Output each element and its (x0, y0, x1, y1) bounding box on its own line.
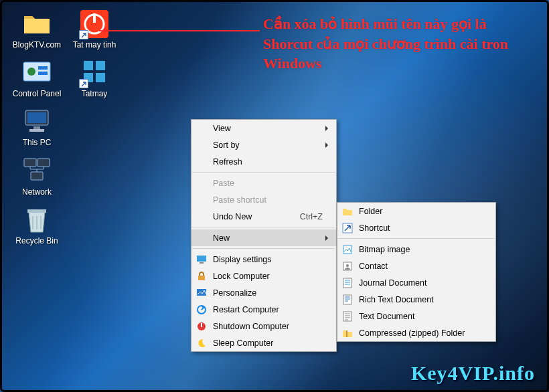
menu-label: Bitmap image (359, 245, 410, 254)
shortcut-arrow-overlay (79, 79, 88, 88)
shutdown-icon (196, 321, 207, 332)
menu-item-new[interactable]: New (191, 229, 336, 246)
menu-item-refresh[interactable]: Refresh (191, 153, 336, 170)
submenu-item-folder[interactable]: Folder (337, 203, 495, 219)
chevron-right-icon (325, 142, 331, 148)
menu-item-restart[interactable]: Restart Computer (191, 301, 336, 318)
submenu-item-journal[interactable]: Journal Document (337, 274, 495, 291)
desktop-icon-recycle-bin[interactable]: Recycle Bin (10, 205, 64, 246)
shortcut-arrow-overlay (79, 30, 88, 39)
svg-rect-13 (33, 126, 40, 129)
text-icon (342, 311, 353, 322)
submenu-item-shortcut[interactable]: Shortcut (337, 219, 495, 236)
svg-rect-12 (27, 112, 46, 123)
menu-separator (192, 172, 335, 173)
menu-item-sleep[interactable]: Sleep Computer (191, 334, 336, 351)
menu-item-paste-shortcut: Paste shortcut (191, 191, 336, 208)
menu-item-view[interactable]: View (191, 120, 336, 136)
icon-label: BlogKTV.com (13, 41, 61, 50)
icon-label: Network (22, 188, 52, 197)
menu-label: View (213, 124, 231, 133)
svg-rect-30 (343, 278, 351, 288)
submenu-item-text[interactable]: Text Document (337, 308, 495, 324)
submenu-item-zip[interactable]: Compressed (zipped) Folder (337, 324, 495, 341)
menu-label: Shutdown Computer (213, 322, 289, 331)
restart-icon (196, 304, 207, 315)
rtf-icon (342, 294, 353, 305)
svg-rect-21 (198, 276, 205, 280)
journal-icon (342, 278, 353, 288)
menu-item-sort-by[interactable]: Sort by (191, 136, 336, 153)
recycle-bin-icon (21, 205, 52, 235)
svg-rect-2 (93, 13, 96, 23)
menu-label: Text Document (359, 312, 414, 321)
icon-label: Tatmay (82, 90, 108, 98)
menu-item-undo-new[interactable]: Undo NewCtrl+Z (191, 208, 336, 225)
menu-shortcut: Ctrl+Z (300, 212, 323, 221)
svg-rect-14 (29, 129, 44, 132)
icon-label: Tat may tinh (73, 41, 116, 50)
desktop-icon-blogktv[interactable]: BlogKTV.com (10, 9, 64, 50)
desktop-context-menu: View Sort by Refresh Paste Paste shortcu… (191, 119, 337, 352)
menu-label: Refresh (213, 157, 242, 167)
menu-label: Paste (213, 179, 234, 188)
folder-icon (342, 206, 353, 217)
desktop-icon-control-panel[interactable]: Control Panel (10, 58, 64, 98)
desktop-icon-tatmay[interactable]: Tatmay (68, 58, 121, 98)
watermark: Key4VIP.info (411, 362, 535, 385)
menu-label: Rich Text Document (359, 295, 434, 304)
menu-label: Lock Computer (213, 272, 270, 281)
menu-item-paste: Paste (191, 175, 336, 191)
icon-label: This PC (23, 138, 52, 147)
chevron-right-icon (325, 235, 331, 241)
menu-label: Folder (359, 207, 382, 216)
menu-label: New (213, 233, 230, 243)
menu-separator (338, 238, 495, 239)
menu-item-personalize[interactable]: Personalize (191, 284, 336, 301)
menu-item-display-settings[interactable]: Display settings (191, 251, 336, 268)
svg-rect-10 (96, 73, 105, 82)
desktop-icons-area: BlogKTV.com Tat may tinh Control Panel T… (10, 7, 144, 252)
control-panel-icon (21, 58, 52, 88)
desktop-icon-network[interactable]: Network (10, 156, 64, 197)
new-submenu: Folder Shortcut Bitmap image Contact Jou… (337, 202, 496, 342)
svg-rect-17 (31, 172, 43, 180)
menu-label: Contact (359, 262, 388, 271)
power-icon (79, 9, 110, 39)
svg-rect-5 (38, 66, 48, 70)
svg-rect-22 (197, 289, 206, 296)
sleep-icon (196, 338, 207, 349)
menu-item-shutdown[interactable]: Shutdown Computer (191, 318, 336, 334)
desktop-icon-this-pc[interactable]: This PC (10, 106, 64, 147)
menu-label: Display settings (213, 255, 272, 264)
svg-rect-20 (200, 262, 204, 264)
menu-label: Personalize (213, 288, 256, 298)
desktop-icon-tatmaytinh[interactable]: Tat may tinh (68, 9, 121, 50)
svg-rect-25 (201, 323, 202, 327)
lock-icon (196, 271, 207, 282)
submenu-item-bitmap[interactable]: Bitmap image (337, 241, 495, 258)
svg-rect-33 (346, 330, 347, 337)
menu-label: Sleep Computer (213, 338, 273, 348)
svg-rect-15 (24, 159, 36, 167)
submenu-item-contact[interactable]: Contact (337, 258, 495, 274)
display-icon (196, 254, 207, 265)
svg-rect-31 (343, 295, 351, 304)
personalize-icon (196, 288, 207, 298)
menu-item-lock-computer[interactable]: Lock Computer (191, 268, 336, 284)
menu-separator (192, 248, 335, 249)
svg-rect-16 (37, 159, 50, 167)
chevron-right-icon (325, 126, 331, 131)
zip-icon (342, 328, 353, 338)
menu-label: Sort by (213, 140, 240, 150)
shortcut-icon (342, 223, 353, 233)
folder-icon (21, 9, 52, 39)
menu-label: Undo New (213, 212, 252, 221)
svg-point-29 (346, 264, 349, 267)
svg-rect-19 (197, 256, 206, 262)
submenu-item-rtf[interactable]: Rich Text Document (337, 291, 495, 308)
menu-label: Shortcut (359, 223, 390, 233)
icon-label: Control Panel (13, 90, 62, 98)
annotation-arrow (99, 30, 260, 31)
menu-label: Compressed (zipped) Folder (359, 328, 465, 338)
